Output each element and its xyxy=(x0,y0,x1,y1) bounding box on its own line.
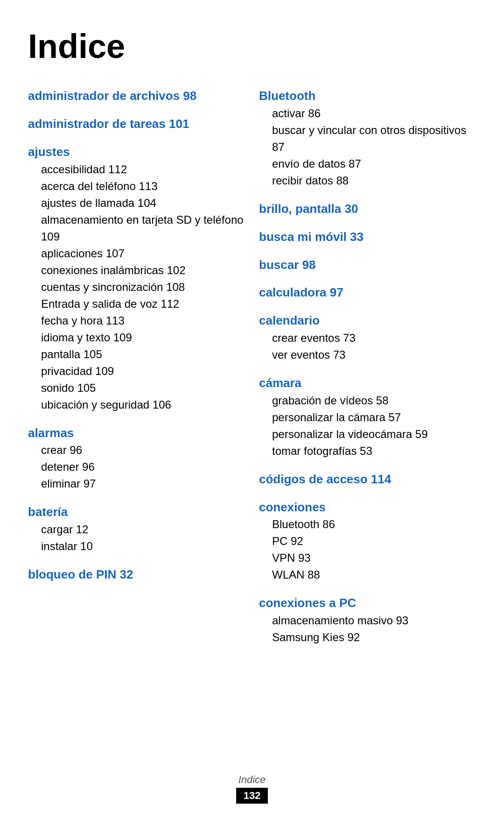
index-entry: Bluetoothactivar 86buscar y vincular con… xyxy=(259,88,476,189)
sub-entry: ubicación y seguridad 106 xyxy=(41,396,245,413)
entry-header: batería xyxy=(28,504,245,520)
sub-entries: crear eventos 73ver eventos 73 xyxy=(272,330,476,363)
sub-entries: almacenamiento masivo 93Samsung Kies 92 xyxy=(272,612,476,646)
sub-entry: Entrada y salida de voz 112 xyxy=(41,296,245,312)
sub-entry: aplicaciones 107 xyxy=(41,245,245,262)
sub-entry: acerca del teléfono 113 xyxy=(41,178,245,195)
index-entry: administrador de archivos 98 xyxy=(28,88,245,104)
sub-entry: buscar y vincular con otros dispositivos… xyxy=(272,122,476,156)
entry-header: ajustes xyxy=(28,144,245,160)
entry-header: cámara xyxy=(259,375,476,391)
sub-entry: Bluetooth 86 xyxy=(272,516,476,533)
sub-entry: crear 96 xyxy=(41,442,245,459)
entry-header: administrador de archivos 98 xyxy=(28,88,245,104)
sub-entry: sonido 105 xyxy=(41,380,245,396)
sub-entry: fecha y hora 113 xyxy=(41,312,245,329)
sub-entry: accesibilidad 112 xyxy=(41,161,245,178)
sub-entries: accesibilidad 112acerca del teléfono 113… xyxy=(41,161,245,413)
sub-entry: conexiones inalámbricas 102 xyxy=(41,262,245,279)
sub-entries: Bluetooth 86PC 92VPN 93WLAN 88 xyxy=(272,516,476,583)
footer-label: Indice xyxy=(0,774,504,786)
sub-entry: grabación de vídeos 58 xyxy=(272,392,476,409)
entry-header: brillo, pantalla 30 xyxy=(259,201,476,217)
sub-entry: cargar 12 xyxy=(41,521,245,538)
entry-header: alarmas xyxy=(28,425,245,441)
index-entry: conexiones a PCalmacenamiento masivo 93S… xyxy=(259,595,476,646)
sub-entry: personalizar la videocámara 59 xyxy=(272,426,476,443)
page-container: Indice administrador de archivos 98admin… xyxy=(0,0,504,827)
index-entry: ajustesaccesibilidad 112acerca del teléf… xyxy=(28,144,245,413)
entry-header: conexiones a PC xyxy=(259,595,476,611)
sub-entry: tomar fotografías 53 xyxy=(272,443,476,459)
sub-entries: activar 86buscar y vincular con otros di… xyxy=(272,105,476,189)
left-column: administrador de archivos 98administrado… xyxy=(28,88,259,658)
page-title: Indice xyxy=(28,28,476,65)
entry-header: calculadora 97 xyxy=(259,285,476,301)
sub-entry: detener 96 xyxy=(41,459,245,475)
sub-entry: ajustes de llamada 104 xyxy=(41,195,245,212)
sub-entry: envío de datos 87 xyxy=(272,156,476,172)
sub-entry: ver eventos 73 xyxy=(272,346,476,363)
sub-entries: crear 96detener 96eliminar 97 xyxy=(41,442,245,492)
entry-header: administrador de tareas 101 xyxy=(28,116,245,132)
index-content: administrador de archivos 98administrado… xyxy=(28,88,476,658)
entry-header: buscar 98 xyxy=(259,257,476,273)
sub-entry: almacenamiento masivo 93 xyxy=(272,612,476,629)
sub-entry: eliminar 97 xyxy=(41,475,245,492)
index-entry: bateríacargar 12instalar 10 xyxy=(28,504,245,555)
sub-entry: pantalla 105 xyxy=(41,346,245,363)
entry-header: busca mi móvil 33 xyxy=(259,229,476,245)
entry-header: calendario xyxy=(259,313,476,329)
sub-entry: VPN 93 xyxy=(272,550,476,566)
index-entry: bloqueo de PIN 32 xyxy=(28,567,245,583)
sub-entries: grabación de vídeos 58personalizar la cá… xyxy=(272,392,476,459)
index-entry: alarmascrear 96detener 96eliminar 97 xyxy=(28,425,245,493)
entry-header: Bluetooth xyxy=(259,88,476,104)
sub-entry: idioma y texto 109 xyxy=(41,329,245,346)
sub-entries: cargar 12instalar 10 xyxy=(41,521,245,555)
right-column: Bluetoothactivar 86buscar y vincular con… xyxy=(259,88,476,658)
index-entry: cámaragrabación de vídeos 58personalizar… xyxy=(259,375,476,459)
footer-page: 132 xyxy=(236,788,268,804)
sub-entry: crear eventos 73 xyxy=(272,330,476,346)
entry-header: bloqueo de PIN 32 xyxy=(28,567,245,583)
index-entry: administrador de tareas 101 xyxy=(28,116,245,132)
sub-entry: WLAN 88 xyxy=(272,566,476,583)
index-entry: conexionesBluetooth 86PC 92VPN 93WLAN 88 xyxy=(259,500,476,584)
sub-entry: personalizar la cámara 57 xyxy=(272,409,476,426)
footer: Indice 132 xyxy=(0,774,504,804)
sub-entry: PC 92 xyxy=(272,533,476,550)
index-entry: brillo, pantalla 30 xyxy=(259,201,476,217)
index-entry: calendariocrear eventos 73ver eventos 73 xyxy=(259,313,476,363)
entry-header: conexiones xyxy=(259,500,476,516)
sub-entry: privacidad 109 xyxy=(41,363,245,380)
sub-entry: Samsung Kies 92 xyxy=(272,629,476,646)
index-entry: códigos de acceso 114 xyxy=(259,472,476,488)
index-entry: buscar 98 xyxy=(259,257,476,273)
entry-header: códigos de acceso 114 xyxy=(259,472,476,488)
sub-entry: activar 86 xyxy=(272,105,476,122)
index-entry: calculadora 97 xyxy=(259,285,476,301)
index-entry: busca mi móvil 33 xyxy=(259,229,476,245)
sub-entry: almacenamiento en tarjeta SD y teléfono … xyxy=(41,212,245,245)
sub-entry: instalar 10 xyxy=(41,538,245,555)
sub-entry: recibir datos 88 xyxy=(272,172,476,189)
sub-entry: cuentas y sincronización 108 xyxy=(41,279,245,296)
